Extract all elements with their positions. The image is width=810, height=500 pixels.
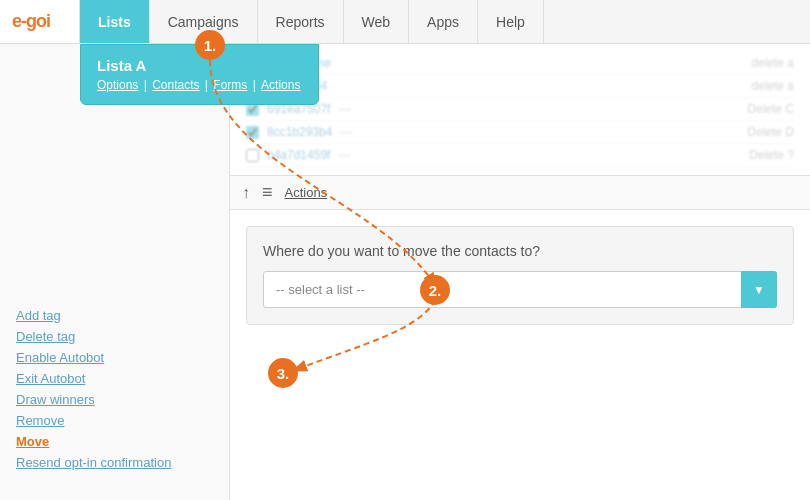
top-navigation: e-goi Lists Campaigns Reports Web Apps H…: [0, 0, 810, 44]
nav-items: Lists Campaigns Reports Web Apps Help: [80, 0, 544, 43]
nav-item-lists[interactable]: Lists: [80, 0, 150, 43]
sidebar-enable-autobot[interactable]: Enable Autobot: [16, 350, 213, 365]
list-link-forms[interactable]: Forms: [213, 78, 247, 92]
table-row: b4a7d1459f --- Delete ?: [246, 144, 794, 167]
table-row: 8cc1b293b4 --- Delete D: [246, 121, 794, 144]
actions-button[interactable]: Actions: [285, 185, 328, 200]
list-link-actions[interactable]: Actions: [261, 78, 300, 92]
sidebar-add-tag[interactable]: Add tag: [16, 308, 213, 323]
table-row: 691ea7507f --- Delete C: [246, 98, 794, 121]
select-arrow-icon[interactable]: [741, 271, 777, 308]
nav-item-web[interactable]: Web: [344, 0, 410, 43]
table-row: 7ba91b1d4 delete a: [246, 75, 794, 98]
main-content: Add tag Delete tag Enable Autobot Exit A…: [0, 44, 810, 500]
table-row: select some delete a: [246, 52, 794, 75]
sidebar-menu: Add tag Delete tag Enable Autobot Exit A…: [16, 308, 213, 470]
sidebar-move[interactable]: Move: [16, 434, 213, 449]
step-1-circle: 1.: [195, 30, 225, 60]
logo: e-goi: [0, 0, 80, 43]
list-name: Lista A: [97, 57, 302, 74]
row-checkbox[interactable]: [246, 126, 259, 139]
move-panel: Where do you want to move the contacts t…: [246, 226, 794, 325]
list-select[interactable]: -- select a list --: [263, 271, 777, 308]
list-link-contacts[interactable]: Contacts: [152, 78, 199, 92]
logo-prefix: e-go: [12, 11, 46, 31]
nav-item-reports[interactable]: Reports: [258, 0, 344, 43]
logo-suffix: i: [46, 11, 50, 31]
sidebar-resend-optin[interactable]: Resend opt-in confirmation: [16, 455, 213, 470]
select-wrapper: -- select a list --: [263, 271, 777, 308]
list-icon[interactable]: ≡: [262, 182, 273, 203]
logo-text: e-goi: [12, 11, 50, 32]
right-content: select some delete a 7ba91b1d4 delete a …: [230, 44, 810, 500]
move-panel-title: Where do you want to move the contacts t…: [263, 243, 777, 259]
sidebar-remove[interactable]: Remove: [16, 413, 213, 428]
left-sidebar: Add tag Delete tag Enable Autobot Exit A…: [0, 44, 230, 500]
step-3-circle: 3.: [268, 358, 298, 388]
nav-item-help[interactable]: Help: [478, 0, 544, 43]
sidebar-exit-autobot[interactable]: Exit Autobot: [16, 371, 213, 386]
action-bar: ↑ ≡ Actions: [230, 175, 810, 210]
nav-item-apps[interactable]: Apps: [409, 0, 478, 43]
actions-label: Actions: [285, 185, 328, 200]
list-link-options[interactable]: Options: [97, 78, 138, 92]
sidebar-delete-tag[interactable]: Delete tag: [16, 329, 213, 344]
sidebar-draw-winners[interactable]: Draw winners: [16, 392, 213, 407]
list-links: Options | Contacts | Forms | Actions: [97, 78, 302, 92]
row-checkbox[interactable]: [246, 149, 259, 162]
step-2-circle: 2.: [420, 275, 450, 305]
upload-icon[interactable]: ↑: [242, 184, 250, 202]
